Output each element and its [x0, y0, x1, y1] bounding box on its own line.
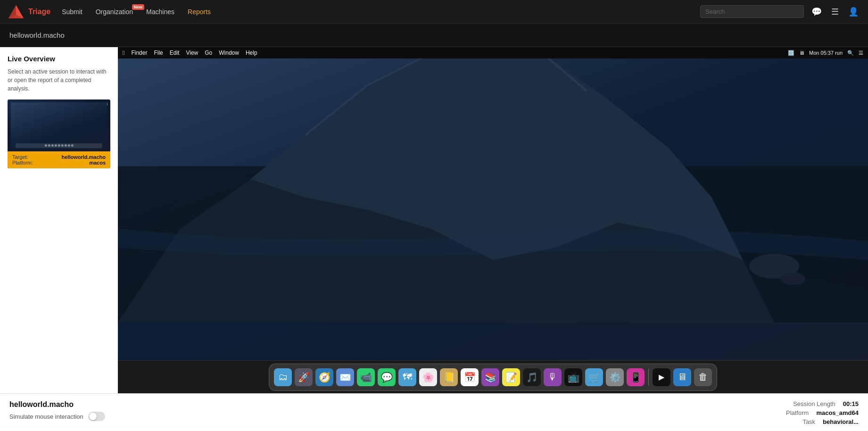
menubar-search-icon[interactable]: 🔍: [847, 50, 854, 56]
dock-appstore[interactable]: 🛒: [585, 368, 603, 386]
mac-desktop-mini: [11, 102, 107, 149]
new-badge: New: [132, 4, 145, 10]
dock-dot: [51, 144, 54, 147]
menubar-time: 🔡: [788, 50, 794, 56]
dock-books[interactable]: 📚: [481, 368, 499, 386]
mac-desktop-bg[interactable]: [118, 58, 868, 360]
menubar-list-icon[interactable]: ☰: [859, 50, 863, 56]
mac-menubar:  Finder File Edit View Go Window Help 🔡…: [118, 47, 868, 58]
search-input[interactable]: [700, 5, 804, 18]
dock-calendar[interactable]: 📅: [461, 368, 479, 386]
platform-row: Platform macos_amd64: [786, 409, 859, 416]
file-title: helloworld.macho: [9, 400, 105, 409]
menubar-window[interactable]: Window: [219, 50, 239, 56]
menubar-finder[interactable]: Finder: [131, 50, 147, 56]
session-platform-row: Platform: macos: [12, 160, 106, 166]
session-target-label: Target:: [12, 154, 28, 160]
left-sidebar: Live Overview Select an active session t…: [0, 47, 118, 393]
task-value: behavioral...: [823, 418, 859, 425]
session-screen: [8, 99, 110, 151]
breadcrumb: helloworld.macho: [9, 31, 65, 39]
dock-mail[interactable]: ✉️: [336, 368, 354, 386]
dock-divider: [648, 369, 649, 386]
dock-dot: [55, 144, 57, 147]
menubar-edit[interactable]: Edit: [170, 50, 180, 56]
dock-podcasts[interactable]: 🎙: [544, 368, 562, 386]
sidebar-heading: Live Overview: [8, 55, 110, 63]
svg-point-5: [780, 273, 805, 285]
dock-trash[interactable]: 🗑: [694, 368, 712, 386]
session-length-label: Session Length: [793, 400, 835, 407]
task-label: Task: [802, 418, 815, 425]
dock-launchpad[interactable]: 🚀: [295, 368, 313, 386]
triage-logo-icon: [8, 3, 25, 20]
mountain-background: [118, 58, 868, 323]
session-preview[interactable]: Target: helloworld.macho Platform: macos: [8, 99, 110, 168]
dock-facetime[interactable]: 📹: [357, 368, 375, 386]
bottom-left: helloworld.macho Simulate mouse interact…: [9, 400, 105, 421]
session-info: Target: helloworld.macho Platform: macos: [8, 151, 110, 168]
menubar-file[interactable]: File: [154, 50, 163, 56]
session-length-value: 00:15: [843, 400, 859, 407]
dock-terminal[interactable]: ▶: [653, 368, 670, 386]
dock-finder[interactable]: 🗂: [274, 368, 292, 386]
nav-reports[interactable]: Reports: [188, 8, 211, 16]
dock-dot: [58, 144, 60, 147]
dock-dot: [65, 144, 67, 147]
session-target-value: helloworld.macho: [61, 154, 106, 160]
nav-right: 💬 ☰ 👤: [700, 5, 860, 19]
dock-safari[interactable]: 🧭: [315, 368, 333, 386]
menubar-view[interactable]: View: [186, 50, 198, 56]
dock-notes[interactable]: 📝: [502, 368, 520, 386]
dock-screenshare[interactable]: 🖥: [673, 368, 691, 386]
menubar-display: 🖥: [799, 50, 804, 56]
dock-systemprefs[interactable]: ⚙️: [606, 368, 624, 386]
dock-messages[interactable]: 💬: [378, 368, 396, 386]
toggle-knob: [89, 413, 97, 420]
simulate-row: Simulate mouse interaction: [9, 412, 105, 421]
mac-dock-bar: 🗂 🚀 🧭 ✉️ 📹 💬 🗺 🌸 📒 📅 📚 📝 🎵 🎙 📺 🛒 ⚙️ 📱: [118, 360, 868, 393]
chat-icon-btn[interactable]: 💬: [810, 5, 824, 19]
nav-machines[interactable]: Machines: [146, 8, 174, 16]
menubar-apple[interactable]: : [123, 50, 124, 56]
main-content: Live Overview Select an active session t…: [0, 47, 868, 393]
logo[interactable]: Triage: [8, 3, 50, 20]
notifications-icon-btn[interactable]: ☰: [829, 5, 841, 19]
dock-dot: [68, 144, 70, 147]
dock-dot: [45, 144, 47, 147]
mac-dock-mini: [16, 143, 102, 148]
sidebar-desc: Select an active session to interact wit…: [8, 67, 110, 93]
platform-value: macos_amd64: [816, 409, 859, 416]
menubar-help[interactable]: Help: [246, 50, 257, 56]
session-platform-label: Platform:: [12, 160, 33, 166]
top-nav: Triage Submit Organization New Machines …: [0, 0, 868, 24]
desktop-area:  Finder File Edit View Go Window Help 🔡…: [118, 47, 868, 393]
dock-maps[interactable]: 🗺: [398, 368, 416, 386]
logo-text: Triage: [28, 8, 50, 16]
platform-label: Platform: [786, 409, 809, 416]
session-length-row: Session Length 00:15: [786, 400, 859, 407]
bottom-right: Session Length 00:15 Platform macos_amd6…: [786, 400, 859, 425]
dock-appletv[interactable]: 📺: [564, 368, 582, 386]
dock-music[interactable]: 🎵: [523, 368, 541, 386]
dock-bezel[interactable]: 📱: [627, 368, 645, 386]
nav-submit[interactable]: Submit: [62, 8, 83, 16]
dock-dot: [48, 144, 50, 147]
simulate-toggle[interactable]: [88, 412, 105, 421]
menubar-clock: Mon 05:37 run: [809, 50, 843, 56]
session-platform-value: macos: [89, 160, 106, 166]
menubar-go[interactable]: Go: [205, 50, 212, 56]
dock-dot: [71, 144, 74, 147]
dock-container: 🗂 🚀 🧭 ✉️ 📹 💬 🗺 🌸 📒 📅 📚 📝 🎵 🎙 📺 🛒 ⚙️ 📱: [269, 364, 717, 391]
menubar-right: 🔡 🖥 Mon 05:37 run 🔍 ☰: [788, 50, 863, 56]
dock-dot: [61, 144, 64, 147]
bottom-bar: helloworld.macho Simulate mouse interact…: [0, 393, 868, 431]
user-icon-btn[interactable]: 👤: [846, 5, 860, 19]
nav-links: Submit Organization New Machines Reports: [62, 8, 700, 16]
session-target-row: Target: helloworld.macho: [12, 154, 106, 160]
dock-notefile[interactable]: 📒: [440, 368, 458, 386]
task-row: Task behavioral...: [786, 418, 859, 425]
nav-organization[interactable]: Organization New: [96, 8, 133, 16]
dock-photos[interactable]: 🌸: [419, 368, 437, 386]
simulate-label: Simulate mouse interaction: [9, 413, 83, 420]
